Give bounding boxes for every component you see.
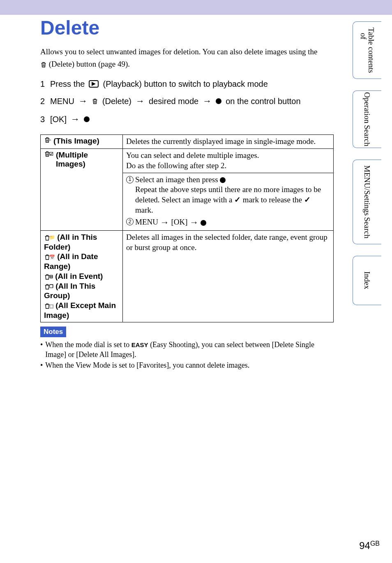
step-2-mid2: desired mode (149, 94, 198, 109)
main-content: Delete Allows you to select unwanted ima… (40, 16, 334, 371)
sub1-l1: Select an image then press (135, 175, 220, 184)
mode-all-event: (All in Event) (53, 272, 103, 280)
tab-op-b: Search (363, 125, 371, 146)
svg-marker-0 (92, 82, 96, 86)
step-2-mid1: (Delete) (102, 94, 131, 109)
tab-operation-search[interactable]: Operation Search (353, 90, 381, 148)
tab-contents-b: contents (359, 47, 376, 73)
bullet-icon: • (40, 340, 43, 360)
sub2-mid: [OK] (171, 218, 189, 226)
step-2-post: on the control button (226, 94, 300, 109)
arrow-right-icon: → (203, 93, 212, 109)
note-item: • When the View Mode is set to [Favorite… (40, 360, 334, 370)
note2: When the View Mode is set to [Favorites]… (45, 360, 249, 370)
center-dot-icon (201, 220, 206, 226)
mode-multi-label: ☑ (Multiple Images) (41, 149, 123, 173)
tab-contents-a: Table of (359, 28, 376, 45)
table-row: 1 Select an image then press Repeat the … (41, 173, 334, 230)
sub2-pre: MENU (135, 218, 160, 226)
tab-index-label: Index (363, 271, 371, 289)
sub1-l2c: mark. (135, 206, 153, 214)
intro-line2-text: (Delete) button (page 49). (47, 60, 130, 68)
trash-except-icon: ⬚ (44, 303, 53, 309)
trash-group-icon: ❐ (44, 283, 53, 290)
tab-index[interactable]: Index (353, 256, 381, 305)
step-1-post: (Playback) button to switch to playback … (103, 76, 267, 91)
side-tabs: Table of contents Operation Search MENU/… (353, 21, 381, 317)
step-2-num: 2 (40, 94, 46, 109)
trash-icon (92, 98, 98, 104)
step-1: 1 Press the (Playback) button to switch … (40, 76, 334, 91)
mode-multi-label-empty (41, 173, 123, 230)
page-number-suffix: GB (370, 540, 380, 547)
playback-icon (89, 80, 99, 88)
center-dot-icon (220, 177, 226, 183)
step-2: 2 MENU → (Delete) → desired mode → on th… (40, 93, 334, 109)
tab-menu-settings-search[interactable]: MENU/Settings Search (353, 160, 381, 244)
intro-line1: Allows you to select unwanted images for… (40, 46, 334, 57)
mode-all-labels: 📁 (All in This Folder) 📅 (All in Date Ra… (41, 230, 123, 322)
page-number-value: 94 (359, 540, 370, 551)
tab-menu-b: Search (363, 217, 371, 239)
steps-list: 1 Press the (Playback) button to switch … (40, 76, 334, 127)
tab-contents[interactable]: Table of contents (353, 21, 381, 79)
intro-line2: (Delete) button (page 49). (40, 59, 334, 70)
trash-icon (40, 61, 47, 68)
step-3-pre: [OK] (50, 112, 67, 127)
page-title: Delete (40, 16, 334, 39)
step-3-num: 3 (40, 112, 46, 127)
step-1-pre: Press the (50, 76, 85, 91)
mode-multi-desc-l2: Do as the following after step 2. (126, 161, 226, 170)
bullet-icon: • (40, 360, 43, 370)
notes-list: • When the mode dial is set to EASY (Eas… (40, 340, 334, 371)
note1-a: When the mode dial is set to (45, 341, 131, 349)
top-header-band (0, 0, 392, 15)
step-1-num: 1 (40, 76, 46, 91)
tab-menu-a: MENU/Settings (363, 165, 371, 215)
check-icon: ✓ (234, 195, 241, 204)
notes-heading: Notes (40, 327, 66, 337)
circled-2-icon: 2 (126, 218, 134, 225)
arrow-right-icon: → (160, 217, 169, 229)
mode-this-image-desc: Deletes the currently displayed image in… (123, 135, 334, 149)
trash-event-icon: ⊟ (44, 273, 53, 280)
table-row: 📁 (All in This Folder) 📅 (All in Date Ra… (41, 230, 334, 322)
circled-1-icon: 1 (126, 176, 134, 183)
easy-label: EASY (131, 341, 148, 348)
arrow-right-icon: → (189, 217, 198, 229)
mode-all-desc: Deletes all images in the selected folde… (123, 230, 334, 322)
arrow-right-icon: → (136, 93, 145, 109)
trash-date-icon: 📅 (44, 254, 55, 260)
page-number: 94GB (359, 540, 380, 551)
trash-multi-icon: ☑ (44, 151, 53, 157)
mode-this-image-text: (This Image) (53, 137, 99, 146)
sub1-l2b: mark to release the (243, 195, 304, 204)
table-row: ☑ (Multiple Images) You can select and d… (41, 149, 334, 173)
mode-multi-substeps: 1 Select an image then press Repeat the … (123, 173, 334, 230)
table-row: ▫ (This Image) Deletes the currently dis… (41, 135, 334, 149)
center-dot-icon (216, 98, 221, 104)
mode-this-image-label: ▫ (This Image) (41, 135, 123, 149)
step-2-pre: MENU (50, 94, 74, 109)
arrow-right-icon: → (71, 111, 80, 127)
center-dot-icon (84, 116, 90, 122)
modes-table: ▫ (This Image) Deletes the currently dis… (40, 134, 334, 322)
mode-multi-text: (Multiple Images) (56, 151, 119, 169)
trash-this-icon: ▫ (44, 137, 51, 143)
trash-folder-icon: 📁 (44, 234, 55, 241)
mode-multi-desc-l1: You can select and delete multiple image… (126, 151, 259, 160)
arrow-right-icon: → (78, 93, 88, 109)
step-3: 3 [OK] → (40, 111, 334, 127)
mode-all-except: (All Except Main Image) (44, 301, 116, 320)
check-icon: ✓ (304, 195, 311, 204)
note-item: • When the mode dial is set to EASY (Eas… (40, 340, 334, 360)
mode-multi-desc: You can select and delete multiple image… (123, 149, 334, 173)
tab-op-a: Operation (363, 92, 371, 123)
